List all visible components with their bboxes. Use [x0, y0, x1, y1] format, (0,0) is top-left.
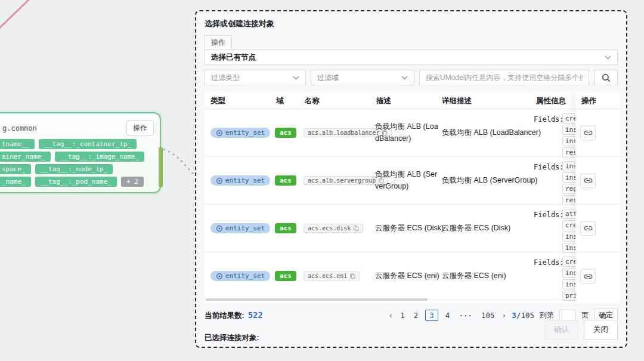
search-box: [419, 70, 589, 85]
link-icon: [584, 224, 593, 232]
result-count-value: 522: [248, 310, 263, 320]
node-tag[interactable]: __tag__:_pod_name_: [35, 177, 117, 187]
col-name: 名称: [305, 96, 320, 106]
fields-label: Fields:: [534, 163, 564, 171]
entity-type-badge: entity_set: [210, 175, 270, 186]
chevron-down-icon: [293, 76, 299, 80]
col-domain: 域: [276, 96, 284, 106]
col-detail: 详细描述: [442, 96, 472, 106]
filter-type-value: 过滤类型: [211, 73, 240, 83]
page-105[interactable]: 105: [479, 310, 497, 320]
link-icon: [584, 129, 593, 137]
node-tag[interactable]: __tag__:_image_name_: [55, 152, 144, 162]
domain-badge: acs: [275, 223, 296, 233]
node-tag[interactable]: tname__: [0, 139, 35, 149]
operations-column: 操作: [575, 91, 620, 303]
page-unit-label: 页: [581, 310, 589, 320]
connect-object-dialog: 选择或创建连接对象 操作 选择已有节点 过滤类型 过滤域 类型 域 名称 描述 …: [195, 10, 627, 348]
fields-label: Fields:: [534, 211, 564, 219]
entity-set-icon: [216, 129, 223, 137]
node-tag[interactable]: space_: [0, 164, 31, 174]
link-icon: [584, 273, 593, 280]
page-3-active[interactable]: 3: [425, 310, 438, 321]
node-action-button[interactable]: 操作: [126, 121, 154, 135]
next-page-button[interactable]: ›: [502, 311, 507, 320]
domain-badge: acs: [275, 271, 296, 281]
copy-icon[interactable]: [349, 273, 355, 279]
node-mode-select-value: 选择已有节点: [211, 53, 256, 63]
domain-badge: acs: [275, 175, 296, 186]
close-button[interactable]: 关闭: [584, 320, 618, 340]
page-2[interactable]: 2: [412, 310, 420, 320]
search-icon: [602, 73, 611, 82]
result-table: 类型 域 名称 描述 详细描述 属性信息 entity_set acs acs.…: [205, 91, 620, 303]
filter-type-select[interactable]: 过滤类型: [205, 70, 306, 85]
page-1[interactable]: 1: [398, 310, 407, 320]
node-title: g.common: [2, 121, 37, 132]
entity-set-icon: [216, 273, 223, 280]
entity-name-tag[interactable]: acs.ecs.disk: [304, 224, 363, 233]
fields-label: Fields:: [534, 258, 564, 267]
confirm-button[interactable]: 确认: [544, 320, 578, 340]
table-row: entity_set acs acs.alb.servergroup 负载均衡 …: [205, 157, 620, 205]
node-port-accent: [159, 147, 163, 187]
dialog-title: 选择或创建连接对象: [205, 18, 618, 29]
search-button[interactable]: [594, 70, 618, 85]
page-ellipsis[interactable]: ···: [457, 310, 474, 320]
node-tag-list: tname__ __tag__:_container_ip_ ainer_nam…: [0, 138, 160, 187]
node-tag-more[interactable]: + 2: [121, 177, 144, 187]
link-button[interactable]: [580, 126, 596, 140]
description: 云服务器 ECS (eni): [375, 252, 438, 300]
table-row: entity_set acs acs.alb.loadbalancer 负载均衡…: [205, 109, 620, 157]
description: 负载均衡 ALB (LoadBalancer): [375, 109, 438, 156]
entity-set-icon: [216, 177, 223, 184]
node-tag[interactable]: ainer_name_: [0, 152, 51, 162]
chevron-down-icon: [605, 55, 611, 60]
filter-domain-value: 过滤域: [317, 73, 339, 83]
filter-domain-select[interactable]: 过滤域: [311, 70, 414, 85]
edge-pink-line: [0, 0, 32, 30]
link-icon: [584, 177, 593, 184]
entity-set-icon: [216, 225, 223, 232]
col-desc: 描述: [376, 96, 391, 106]
col-operations: 操作: [575, 91, 620, 109]
copy-icon[interactable]: [353, 225, 359, 232]
node-tag[interactable]: __tag__:_node_ip_: [35, 164, 113, 174]
page-4[interactable]: 4: [444, 310, 452, 320]
graph-node-card[interactable]: g.common 操作 tname__ __tag__:_container_i…: [0, 112, 161, 193]
fields-label: Fields:: [534, 115, 564, 124]
prev-page-button[interactable]: ‹: [388, 311, 393, 320]
entity-name-tag[interactable]: acs.ecs.eni: [304, 271, 360, 280]
node-mode-select[interactable]: 选择已有节点: [205, 50, 618, 65]
col-attrs: 属性信息: [536, 96, 566, 106]
table-header: 类型 域 名称 描述 详细描述 属性信息: [205, 91, 620, 109]
page-position: 3/105: [512, 311, 534, 320]
tab-operation[interactable]: 操作: [205, 35, 232, 50]
domain-badge: acs: [275, 128, 296, 138]
chevron-down-icon: [401, 76, 408, 80]
result-count: 当前结果数:522: [205, 310, 263, 321]
col-type: 类型: [210, 96, 225, 106]
node-tag[interactable]: __tag__:_container_ip_: [39, 139, 137, 149]
search-input[interactable]: [420, 73, 589, 82]
link-button[interactable]: [580, 269, 596, 283]
table-row: entity_set acs acs.ecs.eni 云服务器 ECS (eni…: [205, 252, 620, 300]
description: 云服务器 ECS (Disk): [375, 205, 438, 252]
node-tag[interactable]: _name_: [0, 177, 31, 187]
description: 负载均衡 ALB (ServerGroup): [375, 157, 438, 204]
entity-type-badge: entity_set: [210, 128, 270, 138]
link-button[interactable]: [580, 174, 596, 188]
horizontal-scrollbar[interactable]: [206, 298, 428, 301]
link-button[interactable]: [580, 221, 596, 236]
goto-page-label: 到第: [540, 310, 554, 320]
entity-type-badge: entity_set: [210, 271, 270, 281]
edge-dotted-connector: [163, 149, 197, 177]
entity-type-badge: entity_set: [210, 223, 270, 233]
table-row: entity_set acs acs.ecs.disk 云服务器 ECS (Di…: [205, 205, 620, 252]
